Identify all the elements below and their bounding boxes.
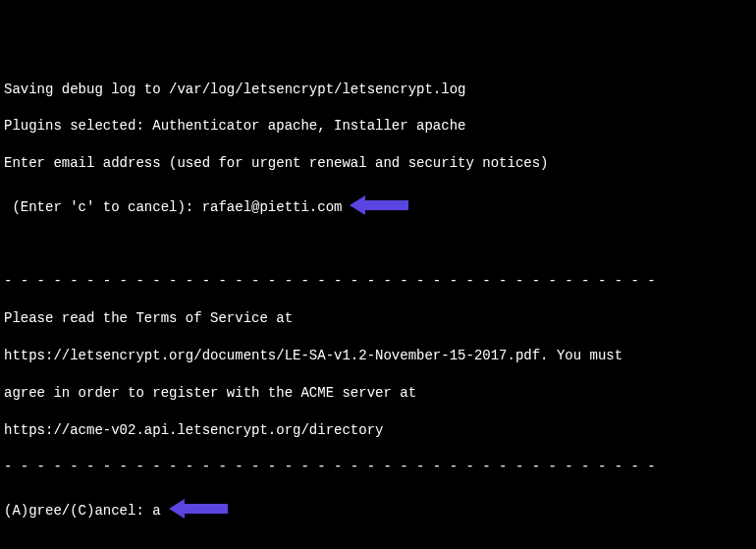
arrow-icon — [169, 499, 228, 519]
tos-agree: agree in order to register with the ACME… — [4, 384, 752, 403]
email-cancel-text: (Enter 'c' to cancel): — [4, 199, 202, 215]
tos-url: https://letsencrypt.org/documents/LE-SA-… — [4, 347, 752, 365]
svg-marker-1 — [169, 499, 228, 519]
debug-log-line: Saving debug log to /var/log/letsencrypt… — [4, 81, 752, 99]
agree-prompt-line[interactable]: (A)gree/(C)ancel: a — [4, 495, 752, 521]
agree-value: a — [152, 503, 160, 519]
tos-intro: Please read the Terms of Service at — [4, 309, 752, 328]
agree-prompt: (A)gree/(C)ancel: — [4, 503, 152, 519]
arrow-icon — [350, 195, 408, 215]
svg-marker-0 — [350, 195, 408, 215]
email-value: rafael@pietti.com — [202, 199, 343, 215]
plugins-line: Plugins selected: Authenticator apache, … — [4, 117, 752, 136]
email-prompt-line: Enter email address (used for urgent ren… — [4, 154, 752, 173]
acme-url: https://acme-v02.api.letsencrypt.org/dir… — [4, 421, 752, 440]
separator: - - - - - - - - - - - - - - - - - - - - … — [4, 458, 752, 476]
separator: - - - - - - - - - - - - - - - - - - - - … — [4, 272, 752, 291]
email-input-line[interactable]: (Enter 'c' to cancel): rafael@pietti.com — [4, 192, 752, 217]
